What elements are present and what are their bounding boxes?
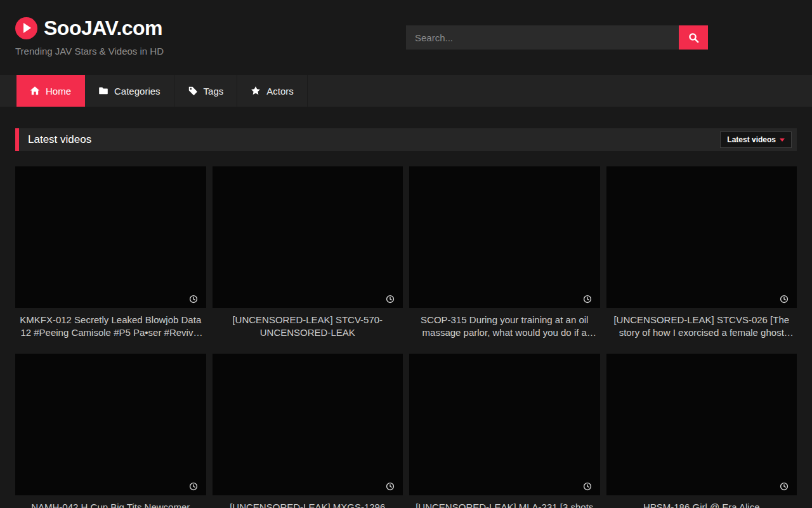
- search-input[interactable]: [406, 25, 679, 50]
- video-card[interactable]: SCOP-315 During your training at an oil …: [409, 166, 600, 339]
- video-card[interactable]: KMKFX-012 Secretly Leaked Blowjob Data 1…: [15, 166, 206, 339]
- clock-icon: [386, 482, 395, 491]
- video-thumbnail[interactable]: [15, 166, 206, 308]
- nav-item-label: Home: [46, 86, 71, 97]
- sort-dropdown-button[interactable]: Latest videos: [720, 131, 792, 148]
- star-icon: [251, 86, 261, 96]
- site-logo[interactable]: SooJAV.com: [15, 17, 162, 40]
- main-nav: Home Categories Tags Actors: [0, 75, 812, 107]
- nav-item-label: Actors: [266, 86, 294, 97]
- video-thumbnail[interactable]: [409, 166, 600, 308]
- tag-icon: [188, 86, 198, 96]
- nav-item-categories[interactable]: Categories: [85, 75, 174, 107]
- clock-icon: [780, 482, 789, 491]
- video-thumbnail[interactable]: [606, 166, 797, 308]
- clock-icon: [189, 482, 198, 491]
- video-title[interactable]: NAMH-042 H Cup Big Tits Newcomer (170cm …: [15, 501, 206, 508]
- video-title[interactable]: HPSM-186 Girl @ Era Alice: [606, 501, 797, 508]
- search-form: [406, 25, 708, 50]
- video-title[interactable]: [UNCENSORED-LEAK] MXGS-1296 Absolutely: [213, 501, 403, 508]
- nav-item-tags[interactable]: Tags: [174, 75, 238, 107]
- sort-dropdown-label: Latest videos: [727, 135, 776, 144]
- video-card[interactable]: HPSM-186 Girl @ Era Alice: [606, 354, 797, 508]
- section-title: Latest videos: [28, 133, 91, 146]
- site-title: SooJAV.com: [44, 17, 162, 40]
- main-content: Latest videos Latest videos KMKFX-012 Se…: [15, 128, 797, 508]
- video-thumbnail[interactable]: [213, 166, 403, 308]
- video-title[interactable]: KMKFX-012 Secretly Leaked Blowjob Data 1…: [15, 314, 206, 339]
- video-thumbnail[interactable]: [213, 354, 403, 495]
- video-grid: KMKFX-012 Secretly Leaked Blowjob Data 1…: [15, 166, 797, 508]
- video-title[interactable]: [UNCENSORED-LEAK] MLA-231 [3 shots in: [409, 501, 600, 508]
- clock-icon: [780, 295, 789, 304]
- video-card[interactable]: [UNCENSORED-LEAK] STCVS-026 [The story o…: [606, 166, 797, 339]
- section-accent-bar: [15, 128, 19, 151]
- search-button[interactable]: [679, 25, 708, 50]
- video-card[interactable]: [UNCENSORED-LEAK] MXGS-1296 Absolutely: [213, 354, 403, 508]
- video-thumbnail[interactable]: [15, 354, 206, 495]
- home-icon: [30, 86, 40, 96]
- video-card[interactable]: NAMH-042 H Cup Big Tits Newcomer (170cm …: [15, 354, 206, 508]
- video-title[interactable]: SCOP-315 During your training at an oil …: [409, 314, 600, 339]
- video-thumbnail[interactable]: [409, 354, 600, 495]
- video-card[interactable]: [UNCENSORED-LEAK] MLA-231 [3 shots in: [409, 354, 600, 508]
- folder-icon: [98, 86, 108, 96]
- nav-item-actors[interactable]: Actors: [237, 75, 308, 107]
- site-tagline: Trending JAV Stars & Videos in HD: [15, 46, 164, 57]
- video-card[interactable]: [UNCENSORED-LEAK] STCV-570-UNCENSORED-LE…: [213, 166, 403, 339]
- nav-item-label: Tags: [204, 86, 224, 97]
- clock-icon: [583, 295, 592, 304]
- clock-icon: [189, 295, 198, 304]
- clock-icon: [386, 295, 395, 304]
- section-header: Latest videos Latest videos: [15, 128, 797, 151]
- caret-down-icon: [780, 138, 785, 142]
- video-thumbnail[interactable]: [606, 354, 797, 495]
- video-title[interactable]: [UNCENSORED-LEAK] STCVS-026 [The story o…: [606, 314, 797, 339]
- site-header: SooJAV.com Trending JAV Stars & Videos i…: [0, 0, 812, 75]
- nav-item-label: Categories: [114, 86, 160, 97]
- play-icon: [15, 17, 37, 39]
- clock-icon: [583, 482, 592, 491]
- nav-item-home[interactable]: Home: [16, 75, 85, 107]
- search-icon: [688, 32, 699, 43]
- video-title[interactable]: [UNCENSORED-LEAK] STCV-570-UNCENSORED-LE…: [213, 314, 403, 339]
